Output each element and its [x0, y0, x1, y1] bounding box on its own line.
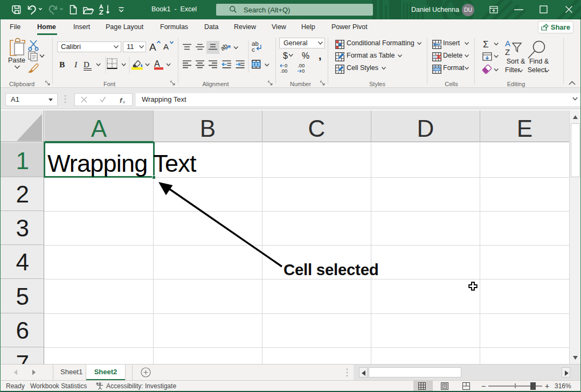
- svg-text:0: 0: [302, 68, 305, 74]
- svg-text:Paste: Paste: [8, 57, 25, 64]
- svg-text:x: x: [122, 100, 126, 104]
- svg-text:.00: .00: [280, 68, 287, 74]
- svg-text:A: A: [149, 41, 156, 53]
- svg-text:A: A: [163, 42, 169, 51]
- svg-text:ab: ab: [219, 42, 229, 52]
- svg-text:c: c: [252, 46, 255, 53]
- svg-text:B: B: [59, 60, 65, 69]
- svg-text:Z: Z: [505, 47, 510, 57]
- svg-text:D: D: [84, 60, 89, 69]
- svg-text:Σ: Σ: [483, 39, 489, 50]
- svg-text:$: $: [283, 51, 288, 60]
- svg-text:,: ,: [319, 51, 322, 61]
- svg-text:A: A: [505, 39, 510, 48]
- svg-text:A: A: [154, 59, 160, 68]
- svg-text:I: I: [74, 60, 78, 69]
- svg-text:Cell selected: Cell selected: [283, 261, 378, 278]
- svg-text:%: %: [302, 51, 309, 60]
